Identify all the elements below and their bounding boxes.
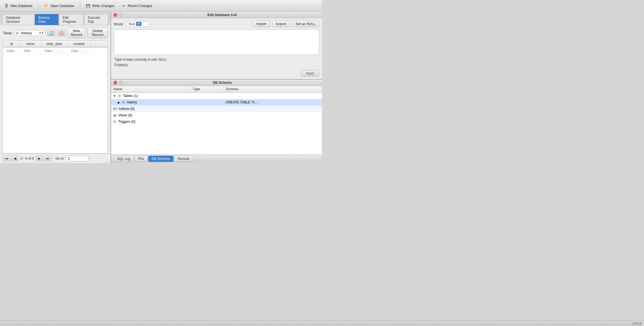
revert-changes-button[interactable]: ↩ Revert Changes (120, 3, 153, 9)
new-database-button[interactable]: 🗄 New Database (3, 3, 34, 9)
tab-database-structure[interactable]: Database Structure (2, 14, 34, 25)
db-schema-title: DB Schema (125, 81, 320, 85)
bottom-tab-plot[interactable]: Plot (134, 156, 148, 162)
schema-col-name[interactable]: Name (111, 86, 190, 92)
import-button[interactable]: Import (253, 21, 270, 27)
schema-views-type (190, 112, 224, 119)
schema-tables-type (190, 92, 224, 99)
tab-execute-sql[interactable]: Execute SQL (84, 14, 108, 25)
tables-icon (118, 94, 121, 98)
filter-name[interactable] (22, 48, 38, 53)
col-state-data[interactable]: state_data (41, 41, 67, 47)
goto-input[interactable] (66, 156, 88, 161)
tab-edit-pragmas[interactable]: Edit Pragmas (59, 14, 84, 25)
table-label: Table: (3, 31, 13, 35)
filter-state-data[interactable] (43, 48, 65, 53)
first-page-button[interactable]: ⏮ (3, 155, 10, 161)
mode-select[interactable]: Text ▼ (126, 21, 149, 27)
db-schema-panel: ✕ DB Schema Name Type Schema (111, 80, 322, 163)
col-extra (91, 41, 107, 47)
new-database-icon: 🗄 (4, 3, 9, 8)
filter-row (3, 47, 107, 55)
new-record-button[interactable]: Import New Record (67, 28, 86, 38)
apply-button[interactable]: Apply (301, 70, 319, 77)
schema-history-row[interactable]: ▶ history CREATE TABLE "h... (111, 99, 322, 106)
pagination: ⏮ ◀ 0 - 0 of 0 ▶ ⏭ Go to: (0, 153, 111, 163)
export-button[interactable]: Export (272, 21, 290, 27)
mode-select-text: Text (128, 22, 135, 26)
next-page-button[interactable]: ▶ (36, 155, 43, 161)
col-created[interactable]: created (67, 41, 90, 47)
toolbar-separator-1 (38, 2, 39, 10)
schema-triggers-name: Triggers (0) (111, 119, 190, 125)
schema-indices-name: 🏷 Indices (0) (111, 106, 190, 112)
table-select-text: history (21, 31, 38, 35)
bottom-tab-sql-log[interactable]: SQL Log (113, 156, 134, 162)
col-name[interactable]: name (20, 41, 41, 47)
bottom-tab-remote[interactable]: Remote (174, 156, 193, 162)
right-panel: ✕ Edit Database Cell Mode: Text ▼ Import… (111, 12, 322, 163)
refresh-table-button[interactable]: 🔄 (47, 30, 55, 36)
tree-arrow-tables: ▼ (113, 94, 116, 98)
cell-data-size: 0 byte(s) (114, 62, 319, 68)
schema-history-type (190, 99, 224, 106)
delete-record-button[interactable]: Delete Record (87, 28, 108, 38)
filter-id[interactable] (5, 48, 17, 53)
schema-tables-schema (223, 92, 322, 99)
table-select-arrow-icon: ⬆⬇ (39, 31, 44, 35)
tree-arrow-history: ▶ (118, 101, 120, 104)
schema-views-schema (223, 112, 322, 119)
schema-tables-row[interactable]: ▼ Tables (1) (111, 92, 322, 99)
last-page-button[interactable]: ⏭ (44, 155, 51, 161)
schema-triggers-row[interactable]: Triggers (0) (111, 119, 322, 125)
open-database-icon: 📂 (44, 3, 49, 8)
revert-changes-icon: ↩ (121, 3, 126, 8)
table-selector-row: Table: history ⬆⬇ 🔄 🚫 Import New Record … (0, 25, 111, 40)
bottom-tabs: SQL Log Plot DB Schema Remote (111, 154, 322, 163)
schema-history-name: ▶ history (111, 99, 190, 106)
schema-indices-row[interactable]: 🏷 Indices (0) (111, 106, 322, 112)
write-changes-button[interactable]: 💾 Write Changes (85, 3, 116, 9)
history-icon (122, 100, 125, 104)
db-schema-minimize-button[interactable] (119, 81, 123, 85)
toolbar: 🗄 New Database 📂 Open Database 💾 Write C… (0, 0, 322, 12)
edit-cell-close-button[interactable]: ✕ (113, 13, 117, 17)
edit-cell-titlebar: ✕ Edit Database Cell (111, 12, 322, 18)
col-id[interactable]: id (3, 41, 20, 47)
main-tabs: Database Structure Browse Data Edit Prag… (0, 12, 111, 25)
data-table: id name state_data created (3, 41, 107, 55)
mode-label: Mode: (114, 22, 124, 26)
edit-cell-title: Edit Database Cell (125, 13, 320, 17)
table-select[interactable]: history ⬆⬇ (14, 30, 45, 36)
schema-tables-name: ▼ Tables (1) (111, 92, 190, 99)
prev-page-button[interactable]: ◀ (12, 155, 18, 161)
write-changes-icon: 💾 (86, 3, 91, 8)
bottom-tab-db-schema[interactable]: DB Schema (148, 156, 174, 162)
edit-cell-minimize-button[interactable] (119, 13, 123, 17)
main-layout: Database Structure Browse Data Edit Prag… (0, 12, 322, 163)
cell-text-area[interactable] (114, 30, 319, 55)
cell-info: Type of data currently in cell: NULL 0 b… (111, 55, 322, 69)
schema-table-wrap: Name Type Schema ▼ Tables (1) (111, 86, 322, 154)
schema-col-type[interactable]: Type (190, 86, 224, 92)
open-database-button[interactable]: 📂 Open Database (43, 3, 75, 9)
edit-cell-toolbar: Mode: Text ▼ Import Export Set as NULL (111, 18, 322, 30)
table-header-row: id name state_data created (3, 41, 107, 47)
schema-triggers-schema (223, 119, 322, 125)
schema-indices-schema (223, 106, 322, 112)
cell-data-type: Type of data currently in cell: NULL (114, 57, 319, 62)
schema-triggers-type (190, 119, 224, 125)
schema-views-row[interactable]: Views (0) (111, 112, 322, 119)
schema-table: Name Type Schema ▼ Tables (1) (111, 86, 322, 125)
filter-created[interactable] (70, 48, 88, 53)
edit-cell-panel: ✕ Edit Database Cell Mode: Text ▼ Import… (111, 12, 322, 80)
db-schema-close-button[interactable]: ✕ (113, 81, 117, 85)
views-icon (113, 113, 116, 117)
indices-icon: 🏷 (113, 107, 117, 111)
tab-browse-data[interactable]: Browse Data (35, 14, 58, 25)
set-null-button[interactable]: Set as NULL (292, 21, 319, 27)
schema-history-schema: CREATE TABLE "h... (223, 99, 322, 106)
filter-button[interactable]: 🚫 (57, 30, 66, 36)
data-table-wrap: id name state_data created (3, 40, 108, 153)
schema-col-schema[interactable]: Schema (223, 86, 322, 92)
